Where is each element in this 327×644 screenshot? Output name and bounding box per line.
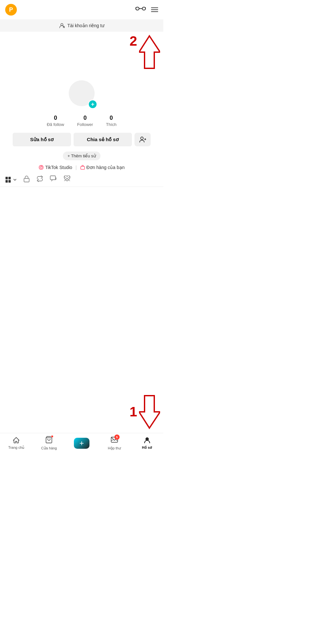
bottom-navigation: Trang chủ Cửa hàng + 5 Hộp thư [0, 433, 163, 456]
tiktok-studio-label: TikTok Studio [45, 165, 72, 170]
tab-grid-view[interactable] [5, 176, 17, 183]
content-area [0, 187, 163, 381]
tab-private-content[interactable] [23, 175, 30, 184]
nav-home[interactable]: Trang chủ [6, 436, 26, 450]
followers-count: 0 [83, 115, 87, 121]
create-button[interactable]: + [74, 438, 89, 449]
add-friend-button[interactable] [134, 133, 151, 146]
svg-rect-14 [81, 166, 85, 169]
likes-label: Thích [106, 122, 117, 127]
comment-icon [50, 175, 57, 182]
nav-inbox[interactable]: 5 Hộp thư [105, 436, 124, 450]
orders-link[interactable]: Đơn hàng của bạn [80, 165, 125, 170]
following-label: Đã follow [47, 122, 64, 127]
links-divider: | [76, 165, 77, 170]
arrow-down-icon [139, 394, 160, 430]
avatar-area: + [0, 74, 163, 109]
nav-home-label: Trang chủ [8, 446, 24, 450]
svg-rect-15 [6, 177, 8, 179]
nav-create[interactable]: + [72, 438, 91, 449]
stats-row: 0 Đã follow 0 Follower 0 Thích [0, 109, 163, 130]
annotation-2: 2 [130, 34, 160, 70]
svg-point-28 [146, 438, 148, 440]
tiktok-studio-link[interactable]: TikTok Studio [39, 165, 72, 170]
inbox-badge-container: 5 [111, 436, 118, 445]
svg-rect-16 [8, 177, 11, 179]
nav-shop[interactable]: Cửa hàng [39, 436, 59, 450]
tab-liked[interactable] [64, 175, 71, 184]
logo-button[interactable]: P [5, 4, 17, 16]
followers-label: Follower [77, 122, 93, 127]
action-buttons-row: Sửa hồ sơ Chia sẻ hồ sơ [0, 130, 163, 150]
bio-row: + Thêm tiểu sử [0, 150, 163, 162]
stat-likes[interactable]: 0 Thích [106, 115, 117, 127]
inbox-count-badge: 5 [114, 435, 120, 440]
svg-rect-1 [142, 7, 146, 10]
stat-following[interactable]: 0 Đã follow [47, 115, 64, 127]
svg-rect-0 [136, 7, 139, 10]
svg-rect-17 [6, 180, 8, 183]
add-bio-button[interactable]: + Thêm tiểu sử [63, 152, 100, 160]
stat-followers[interactable]: 0 Follower [77, 115, 93, 127]
repost-icon [36, 175, 43, 182]
annotation-1-area: 1 [0, 381, 163, 433]
annotation-1-number: 1 [130, 404, 137, 420]
tiktok-studio-icon [39, 165, 44, 170]
shop-dot-badge [51, 435, 53, 438]
links-row: TikTok Studio | Đơn hàng của bạn [0, 162, 163, 173]
menu-button[interactable] [151, 7, 158, 12]
tab-reposts[interactable] [36, 175, 43, 184]
person-plus-icon [139, 136, 146, 143]
grid-icon [5, 176, 12, 183]
svg-line-3 [135, 7, 136, 9]
svg-marker-7 [139, 36, 160, 68]
shop-icon-badge [45, 436, 53, 445]
svg-rect-20 [50, 176, 55, 180]
home-icon [12, 436, 20, 444]
edit-profile-button[interactable]: Sửa hồ sơ [13, 133, 71, 146]
avatar-plus-button[interactable]: + [88, 100, 97, 109]
svg-point-8 [141, 137, 143, 140]
svg-rect-18 [8, 180, 11, 183]
annotation-2-area: 2 [0, 32, 163, 74]
header: P [0, 0, 163, 19]
annotation-1: 1 [130, 394, 160, 430]
private-account-label: Tài khoản riêng tư [67, 23, 105, 28]
lock-person-icon [59, 23, 65, 28]
header-actions [135, 5, 158, 14]
tab-comments[interactable] [50, 175, 57, 184]
arrow-up-icon [139, 34, 160, 70]
glasses-icon[interactable] [135, 5, 146, 14]
chevron-down-icon [13, 178, 17, 182]
likes-count: 0 [110, 115, 113, 121]
lock-icon [23, 175, 30, 182]
nav-profile[interactable]: Hồ sơ [137, 436, 157, 450]
nav-profile-label: Hồ sơ [142, 446, 152, 450]
annotation-2-number: 2 [130, 34, 137, 48]
svg-point-12 [40, 166, 42, 168]
svg-marker-23 [139, 396, 160, 428]
following-count: 0 [54, 115, 57, 121]
profile-icon [143, 436, 151, 444]
shopping-bag-icon [80, 165, 85, 170]
heart-liked-icon [64, 175, 71, 182]
avatar-container: + [69, 80, 95, 106]
share-profile-button[interactable]: Chia sẻ hồ sơ [74, 133, 132, 146]
orders-label: Đơn hàng của bạn [87, 165, 125, 170]
svg-line-4 [146, 7, 146, 9]
svg-rect-19 [24, 178, 29, 182]
nav-shop-label: Cửa hàng [41, 446, 57, 450]
private-account-banner: Tài khoản riêng tư [0, 19, 163, 32]
nav-inbox-label: Hộp thư [108, 446, 121, 450]
content-tabs [0, 173, 163, 187]
